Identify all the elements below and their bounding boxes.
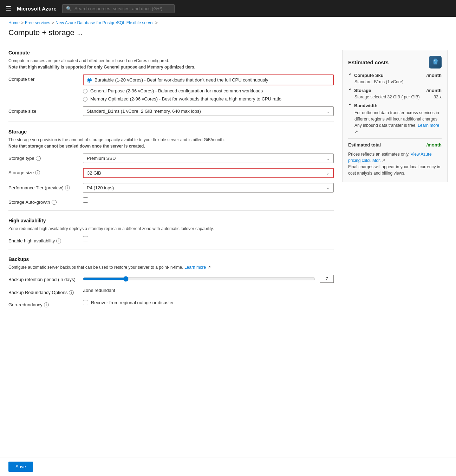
compute-tier-burstable-label: Burstable (1-20 vCores) - Best for workl…	[95, 77, 268, 83]
compute-tier-row: Compute tier Burstable (1-20 vCores) - B…	[8, 74, 334, 102]
compute-sku-chevron: ⌃	[348, 73, 352, 78]
perf-tier-info-icon[interactable]: i	[65, 185, 70, 190]
backups-section-desc: Configure automatic server backups that …	[8, 264, 334, 270]
breadcrumb-free-services[interactable]: Free services	[25, 20, 50, 25]
brand-name: Microsoft Azure	[17, 6, 57, 12]
backup-retention-value: 7	[320, 275, 334, 283]
storage-size-chevron: ⌄	[326, 171, 330, 176]
compute-desc-line2: Note that high availability is supported…	[8, 65, 195, 70]
perf-tier-row: Performance Tier (preview) i P4 (120 iop…	[8, 183, 334, 193]
costs-footer-external-icon: ↗	[382, 158, 385, 163]
perf-tier-select[interactable]: P4 (120 iops) ⌄	[83, 183, 334, 193]
storage-size-control[interactable]: 32 GiB ⌄	[83, 168, 334, 178]
footer-spacer	[0, 312, 456, 340]
compute-sku-period: /month	[426, 73, 442, 78]
geo-redundancy-info-icon[interactable]: i	[44, 302, 49, 307]
storage-section-desc: The storage you provision is the amount …	[8, 137, 334, 149]
storage-size-label: Storage size i	[8, 168, 79, 175]
storage-size-info-icon[interactable]: i	[35, 170, 40, 175]
costs-footer-text2: Final charges will appear in your local …	[348, 164, 440, 176]
bandwidth-learn-more-link[interactable]: Learn more	[418, 123, 439, 128]
breadcrumb-sep-3: >	[155, 20, 158, 25]
svg-point-2	[436, 60, 436, 61]
breadcrumb-home[interactable]: Home	[8, 20, 20, 25]
backups-section-title: Backups	[8, 256, 334, 262]
enable-ha-checkbox[interactable]	[83, 236, 88, 241]
geo-redundancy-row: Geo-redundancy i Recover from regional o…	[8, 300, 334, 307]
bandwidth-cost-section: ⌃ Bandwidth For outbound data transfer a…	[348, 103, 442, 135]
compute-size-control[interactable]: Standard_B1ms (1 vCore, 2 GiB memory, 64…	[83, 106, 334, 116]
search-input[interactable]	[74, 6, 171, 11]
enable-ha-control[interactable]	[83, 236, 334, 241]
storage-type-label: Storage type i	[8, 154, 79, 161]
storage-type-select[interactable]: Premium SSD ⌄	[83, 154, 334, 163]
top-navigation: ☰ Microsoft Azure 🔍	[0, 0, 456, 17]
backup-retention-label: Backup retention period (in days)	[8, 275, 79, 282]
compute-tier-memory[interactable]: Memory Optimized (2-96 vCores) - Best fo…	[83, 96, 334, 102]
right-panel: Estimated costs	[342, 43, 448, 312]
divider-3	[8, 249, 334, 249]
compute-tier-general-radio[interactable]	[83, 89, 87, 93]
bandwidth-desc: For outbound data transfer across servic…	[348, 110, 442, 135]
storage-cost-header[interactable]: ⌃ Storage /month	[348, 88, 442, 93]
backup-redundancy-info-icon[interactable]: i	[69, 290, 74, 295]
compute-sku-value: Standard_B1ms (1 vCore)	[354, 79, 403, 84]
search-bar[interactable]: 🔍	[62, 4, 175, 13]
costs-footer-text1: Prices reflects an estimates only.	[348, 152, 410, 157]
hamburger-menu[interactable]: ☰	[6, 5, 11, 12]
backup-retention-slider-row: 7	[83, 275, 334, 283]
storage-autogrowth-checkbox[interactable]	[83, 197, 88, 203]
storage-autogrowth-checkbox-wrapper	[83, 197, 334, 203]
main-container: Home > Free services > New Azure Databas…	[0, 17, 456, 476]
perf-tier-control[interactable]: P4 (120 iops) ⌄	[83, 183, 334, 193]
compute-tier-burstable-radio[interactable]	[87, 78, 92, 83]
backups-desc-text: Configure automatic server backups that …	[8, 265, 183, 270]
compute-tier-memory-radio[interactable]	[83, 97, 87, 102]
backups-learn-more-link[interactable]: Learn more	[184, 265, 206, 270]
storage-desc-line1: The storage you provision is the amount …	[8, 137, 225, 142]
compute-size-row: Compute size Standard_B1ms (1 vCore, 2 G…	[8, 106, 334, 116]
compute-tier-control: Burstable (1-20 vCores) - Best for workl…	[83, 74, 334, 102]
geo-redundancy-checkbox[interactable]	[83, 300, 88, 305]
storage-type-control[interactable]: Premium SSD ⌄	[83, 154, 334, 163]
page-title-more[interactable]: ...	[77, 29, 83, 37]
storage-cost-period: /month	[426, 88, 442, 93]
svg-point-1	[434, 60, 435, 61]
breadcrumb-sep-1: >	[21, 20, 24, 25]
geo-redundancy-label: Geo-redundancy i	[8, 300, 79, 307]
compute-size-value: Standard_B1ms (1 vCore, 2 GiB memory, 64…	[87, 109, 201, 114]
storage-autogrowth-control[interactable]	[83, 197, 334, 203]
geo-redundancy-control[interactable]: Recover from regional outage or disaster	[83, 300, 334, 305]
storage-size-value: 32 GiB	[87, 170, 101, 176]
bandwidth-cost-header[interactable]: ⌃ Bandwidth	[348, 103, 442, 108]
left-panel: Compute Compute resources are pre-alloca…	[8, 43, 334, 312]
compute-size-chevron: ⌄	[326, 109, 330, 114]
backup-retention-row: Backup retention period (in days) 7	[8, 275, 334, 283]
compute-sku-detail: Standard_B1ms (1 vCore)	[348, 79, 442, 84]
costs-footer: Prices reflects an estimates only. View …	[348, 151, 442, 176]
compute-sku-header[interactable]: ⌃ Compute Sku /month	[348, 73, 442, 78]
compute-tier-label: Compute tier	[8, 74, 79, 82]
storage-size-row: Storage size i 32 GiB ⌄	[8, 168, 334, 178]
storage-size-select[interactable]: 32 GiB ⌄	[83, 168, 334, 178]
backup-retention-slider[interactable]	[83, 276, 315, 282]
save-button[interactable]: Save	[8, 462, 33, 472]
enable-ha-row: Enable high availability i	[8, 236, 334, 243]
breadcrumb: Home > Free services > New Azure Databas…	[0, 17, 456, 27]
storage-multiplier: 32 x	[434, 94, 442, 99]
search-icon: 🔍	[66, 6, 72, 11]
content-area: Compute Compute resources are pre-alloca…	[0, 43, 456, 312]
compute-tier-burstable[interactable]: Burstable (1-20 vCores) - Best for workl…	[83, 74, 334, 85]
storage-type-row: Storage type i Premium SSD ⌄	[8, 154, 334, 163]
storage-autogrowth-info-icon[interactable]: i	[52, 200, 57, 205]
storage-type-chevron: ⌄	[326, 156, 330, 161]
backup-redundancy-value: Zone redundant	[83, 288, 334, 293]
breadcrumb-new-server[interactable]: New Azure Database for PostgreSQL Flexib…	[56, 20, 154, 25]
enable-ha-checkbox-wrapper	[83, 236, 334, 241]
enable-ha-info-icon[interactable]: i	[56, 239, 61, 243]
storage-type-info-icon[interactable]: i	[36, 156, 41, 161]
compute-tier-general[interactable]: General Purpose (2-96 vCores) - Balanced…	[83, 88, 334, 93]
compute-size-select[interactable]: Standard_B1ms (1 vCore, 2 GiB memory, 64…	[83, 106, 334, 116]
perf-tier-chevron: ⌄	[326, 185, 330, 190]
storage-autogrowth-label: Storage Auto-growth i	[8, 197, 79, 205]
